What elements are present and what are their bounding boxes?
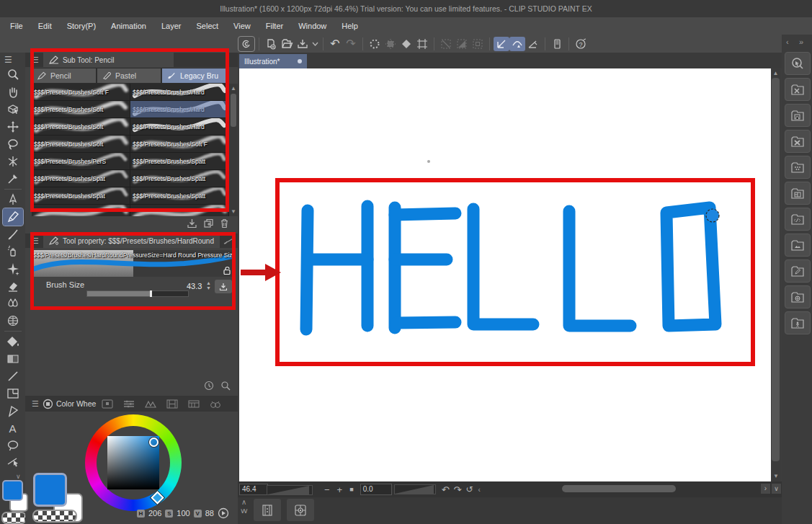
brush-item[interactable]: $$$/Presets/Brushes/Soft <box>32 101 130 118</box>
tool-gradient[interactable] <box>3 350 23 368</box>
undo-button[interactable]: ↶ <box>327 37 343 51</box>
color-set-tab-icon[interactable] <box>102 399 113 409</box>
canvas-vscrollbar[interactable]: ▲ ▼ <box>771 68 780 481</box>
deselect-icon[interactable] <box>438 37 454 51</box>
burst-icon[interactable] <box>367 37 383 51</box>
tool-frame-border[interactable] <box>3 385 23 402</box>
tool-zoom[interactable] <box>3 66 23 84</box>
scroll-thumb[interactable] <box>231 94 236 127</box>
sv-selector[interactable] <box>149 438 159 447</box>
brush-item[interactable] <box>32 205 130 216</box>
color-mixing-tab-icon[interactable] <box>210 399 221 409</box>
tool-fill[interactable] <box>3 333 23 350</box>
transparent-color-swatch-large[interactable] <box>32 510 77 523</box>
tool-balloon[interactable] <box>3 437 23 454</box>
brush-item[interactable]: $$$/Presets/Brushes/Hard <box>130 118 229 136</box>
rotation-slider[interactable] <box>394 484 436 494</box>
brush-item[interactable]: $$$/Presets/Brushes/Hard <box>130 84 229 101</box>
color-history-tab-icon[interactable] <box>188 399 200 409</box>
tool-correct-line[interactable] <box>3 454 23 469</box>
zoom-slider[interactable] <box>267 485 313 495</box>
delete-subtool-icon[interactable] <box>220 218 229 228</box>
panel-menu-icon[interactable]: ☰ <box>25 399 43 409</box>
scroll-down-icon[interactable]: ▼ <box>231 208 236 216</box>
material-expand-icon[interactable]: » <box>799 37 803 46</box>
tool-eyedropper[interactable] <box>3 170 23 187</box>
tool-operation[interactable] <box>3 101 23 118</box>
material-3d-button[interactable] <box>785 208 811 231</box>
fill-shape-icon[interactable] <box>398 37 414 51</box>
selection-border-icon[interactable] <box>470 37 486 51</box>
brush-item-selected[interactable]: $$$/Presets/Brushes/Hard <box>130 101 229 118</box>
collapse-left-icon[interactable]: ‹ <box>478 486 481 494</box>
menu-edit[interactable]: Edit <box>38 22 52 30</box>
rotate-ccw-button[interactable]: ↶ <box>442 484 450 495</box>
menu-layer[interactable]: Layer <box>161 22 182 30</box>
tool-decoration[interactable] <box>3 260 23 277</box>
new-canvas-button[interactable] <box>263 37 279 51</box>
tool-hand[interactable] <box>3 84 23 101</box>
transparent-color-swatch[interactable] <box>1 512 27 524</box>
collapse-down-icon[interactable]: ∨∨ <box>240 507 246 515</box>
material-3d-object-button[interactable] <box>785 285 811 308</box>
approx-color-tab-icon[interactable] <box>145 399 156 409</box>
brush-item[interactable]: $$$/Presets/Brushes/PerS <box>32 153 130 170</box>
restore-defaults-icon[interactable] <box>204 381 214 391</box>
material-pose-button[interactable] <box>785 311 811 334</box>
tool-eraser[interactable] <box>3 277 23 295</box>
subtool-tab-pastel[interactable]: Pastel <box>97 68 161 84</box>
show-all-settings-icon[interactable] <box>220 381 231 391</box>
intermediate-color-tab-icon[interactable] <box>166 399 178 409</box>
help-icon[interactable]: ? <box>573 37 589 51</box>
menu-file[interactable]: File <box>10 22 23 30</box>
material-collapse-icon[interactable]: ‹ <box>786 37 789 46</box>
zoom-value-field[interactable]: 46.4 <box>239 484 268 495</box>
subview-button[interactable] <box>254 499 281 521</box>
expand-up-icon[interactable]: ∧ <box>241 498 246 506</box>
brush-item[interactable]: $$$/Presets/Brushes/Soft <box>32 136 130 153</box>
fit-to-screen-button[interactable]: ■ <box>349 486 353 493</box>
document-tab[interactable]: Illustration* <box>239 54 307 68</box>
menu-animation[interactable]: Animation <box>111 22 146 30</box>
vscroll-corner-arrow[interactable]: ∨ <box>772 484 781 494</box>
material-edit-button[interactable] <box>785 259 811 283</box>
tool-auto-select[interactable] <box>3 153 23 170</box>
brush-list-scrollbar[interactable]: ▲ ▼ <box>229 84 238 216</box>
invert-selection-icon[interactable] <box>454 37 470 51</box>
tool-move-layer[interactable] <box>3 118 23 136</box>
quick-access-button[interactable] <box>785 52 811 75</box>
material-color-pattern-button[interactable] <box>785 78 811 101</box>
snap-to-grid-button[interactable] <box>525 37 541 51</box>
tool-pencil[interactable] <box>3 208 23 226</box>
tool-brush[interactable] <box>3 226 23 243</box>
material-layout-button[interactable] <box>785 182 811 205</box>
open-file-button[interactable] <box>279 37 295 51</box>
vscroll-thumb[interactable] <box>772 78 780 461</box>
clip-studio-logo-icon[interactable] <box>238 36 255 52</box>
brush-item[interactable]: $$$/Presets/Brushes/Soft F <box>32 84 130 101</box>
brush-size-stepper[interactable]: ▲▼ <box>206 280 211 290</box>
tablet-mode-icon[interactable] <box>549 37 565 51</box>
tool-figure[interactable] <box>3 368 23 385</box>
import-subtool-icon[interactable] <box>187 218 197 228</box>
scroll-down-icon[interactable]: ▼ <box>773 473 779 480</box>
menu-filter[interactable]: Filter <box>266 22 283 30</box>
zoom-in-button[interactable]: + <box>337 484 343 495</box>
tool-polyline[interactable] <box>3 402 23 419</box>
menu-view[interactable]: View <box>233 22 251 30</box>
tool-text[interactable]: A <box>3 419 23 437</box>
subtool-tab-legacy-brush[interactable]: Legacy Bru <box>161 68 229 84</box>
material-halftone-button[interactable] <box>785 156 811 179</box>
brush-item[interactable]: $$$/Presets/Brushes/Spatt <box>130 170 229 187</box>
snap-to-special-ruler-button[interactable] <box>509 37 525 51</box>
zoom-out-button[interactable]: − <box>324 484 330 495</box>
menu-select[interactable]: Select <box>197 22 219 30</box>
brush-stroke-preview[interactable]: $$$/Presets/Brushes/HardRoundPressureSiz… <box>32 250 234 277</box>
hscroll-right-arrow[interactable]: › <box>761 484 770 494</box>
brush-item[interactable]: $$$/Presets/Brushes/Spatt <box>130 153 229 170</box>
menu-story[interactable]: Story(P) <box>67 22 96 30</box>
menu-window[interactable]: Window <box>298 22 326 30</box>
brush-size-value[interactable]: 43.3 <box>187 282 202 290</box>
brush-item[interactable]: $$$/Presets/Brushes/Soft F <box>130 136 229 153</box>
scroll-up-icon[interactable]: ▲ <box>229 85 238 92</box>
